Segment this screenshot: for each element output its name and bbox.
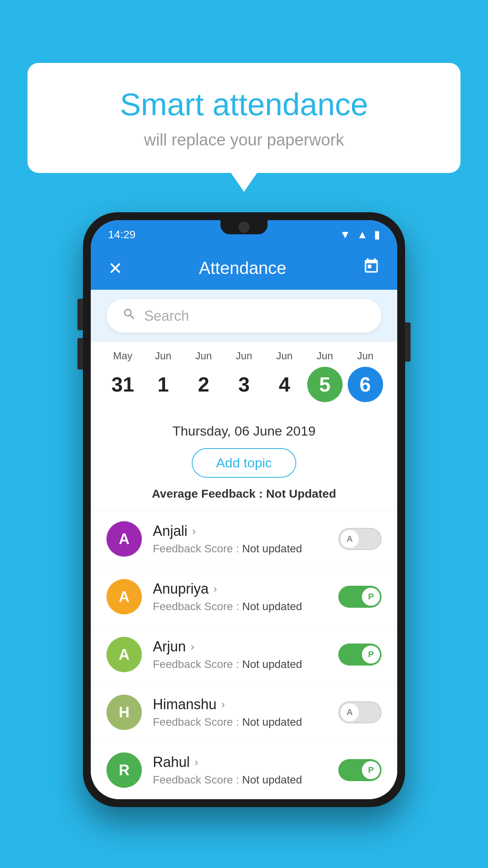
attendance-toggle[interactable]: A [338, 701, 382, 723]
calendar-row: May31Jun1Jun2Jun3Jun4Jun5Jun6 [103, 350, 385, 402]
attendance-toggle[interactable]: P [338, 644, 382, 666]
wifi-icon: ▼ [340, 228, 351, 241]
date-info: Thursday, 06 June 2019 Add topic Average… [91, 414, 397, 510]
calendar-date[interactable]: 4 [267, 367, 302, 402]
student-info: Anupriya ›Feedback Score : Not updated [153, 581, 327, 613]
phone-notch [220, 220, 268, 234]
add-topic-button[interactable]: Add topic [192, 448, 296, 478]
calendar-month: Jun [143, 350, 183, 362]
app-bar-title: Attendance [199, 258, 286, 278]
speech-bubble: Smart attendance will replace your paper… [28, 63, 460, 173]
feedback-score: Feedback Score : Not updated [153, 542, 327, 555]
speech-bubble-container: Smart attendance will replace your paper… [28, 63, 460, 173]
speech-bubble-title: Smart attendance [59, 86, 429, 123]
calendar-day[interactable]: Jun5 [305, 350, 345, 402]
avatar: R [106, 752, 142, 788]
toggle-thumb: P [362, 761, 380, 779]
close-button[interactable]: ✕ [108, 258, 123, 278]
search-container: Search [91, 290, 397, 342]
toggle-thumb: P [362, 645, 380, 664]
search-icon [122, 307, 136, 325]
search-input-placeholder[interactable]: Search [144, 308, 189, 324]
calendar-date[interactable]: 6 [348, 367, 383, 402]
volume-down-button [77, 338, 83, 370]
feedback-score: Feedback Score : Not updated [153, 600, 327, 613]
toggle-switch[interactable]: A [338, 528, 382, 550]
toggle-switch[interactable]: P [338, 644, 382, 666]
calendar-date[interactable]: 3 [226, 367, 262, 402]
calendar-day[interactable]: Jun6 [345, 350, 385, 402]
calendar-date[interactable]: 31 [105, 367, 140, 402]
avatar: A [106, 521, 142, 557]
calendar-day[interactable]: May31 [103, 350, 143, 402]
calendar-date[interactable]: 2 [186, 367, 221, 402]
calendar-day[interactable]: Jun3 [224, 350, 264, 402]
calendar-date[interactable]: 5 [307, 367, 343, 402]
student-info: Himanshu ›Feedback Score : Not updated [153, 696, 327, 728]
feedback-score: Feedback Score : Not updated [153, 658, 327, 671]
calendar-date[interactable]: 1 [145, 367, 181, 402]
student-item[interactable]: AAnupriya ›Feedback Score : Not updatedP [91, 568, 397, 626]
chevron-right-icon: › [192, 525, 196, 537]
student-item[interactable]: AArjun ›Feedback Score : Not updatedP [91, 626, 397, 684]
calendar-month: Jun [264, 350, 305, 362]
student-list: AAnjali ›Feedback Score : Not updatedAAA… [91, 510, 397, 799]
avg-feedback-label: Average Feedback : [152, 487, 266, 500]
student-item[interactable]: RRahul ›Feedback Score : Not updatedP [91, 741, 397, 799]
attendance-toggle[interactable]: P [338, 759, 382, 781]
student-item[interactable]: HHimanshu ›Feedback Score : Not updatedA [91, 684, 397, 741]
student-name: Anjali › [153, 523, 327, 539]
calendar-month: Jun [224, 350, 264, 362]
avg-feedback-value: Not Updated [266, 487, 336, 500]
volume-up-button [77, 299, 83, 330]
phone-outer: 14:29 ▼ ▲ ▮ ✕ Attendance [83, 212, 405, 807]
student-name: Arjun › [153, 638, 327, 655]
selected-date-label: Thursday, 06 June 2019 [106, 423, 382, 439]
app-bar: ✕ Attendance [91, 246, 397, 290]
calendar-strip: May31Jun1Jun2Jun3Jun4Jun5Jun6 [91, 342, 397, 414]
calendar-month: Jun [183, 350, 224, 362]
toggle-thumb: P [362, 588, 380, 606]
calendar-icon[interactable] [363, 257, 380, 279]
power-button [405, 322, 411, 362]
feedback-score: Feedback Score : Not updated [153, 716, 327, 728]
avg-feedback: Average Feedback : Not Updated [106, 487, 382, 500]
attendance-toggle[interactable]: A [338, 528, 382, 550]
toggle-switch[interactable]: A [338, 701, 382, 723]
chevron-right-icon: › [194, 756, 198, 769]
status-icons: ▼ ▲ ▮ [340, 228, 380, 241]
search-bar[interactable]: Search [106, 299, 382, 333]
avatar: H [106, 695, 142, 730]
toggle-thumb: A [341, 530, 359, 548]
calendar-month: Jun [305, 350, 345, 362]
calendar-day[interactable]: Jun2 [183, 350, 224, 402]
calendar-day[interactable]: Jun1 [143, 350, 183, 402]
chevron-right-icon: › [191, 640, 194, 653]
phone-wrapper: 14:29 ▼ ▲ ▮ ✕ Attendance [83, 212, 405, 807]
student-name: Anupriya › [153, 581, 327, 597]
calendar-day[interactable]: Jun4 [264, 350, 305, 402]
calendar-month: Jun [345, 350, 385, 362]
student-info: Rahul ›Feedback Score : Not updated [153, 754, 327, 786]
front-camera [238, 222, 250, 233]
signal-icon: ▲ [357, 228, 368, 241]
avatar: A [106, 637, 142, 672]
chevron-right-icon: › [213, 583, 217, 595]
toggle-switch[interactable]: P [338, 586, 382, 608]
student-info: Anjali ›Feedback Score : Not updated [153, 523, 327, 555]
phone-screen: 14:29 ▼ ▲ ▮ ✕ Attendance [91, 220, 397, 799]
chevron-right-icon: › [221, 698, 225, 711]
student-name: Rahul › [153, 754, 327, 771]
student-info: Arjun ›Feedback Score : Not updated [153, 638, 327, 671]
avatar: A [106, 579, 142, 614]
calendar-month: May [103, 350, 143, 362]
student-item[interactable]: AAnjali ›Feedback Score : Not updatedA [91, 510, 397, 568]
attendance-toggle[interactable]: P [338, 586, 382, 608]
battery-icon: ▮ [374, 228, 380, 241]
status-time: 14:29 [108, 228, 136, 241]
student-name: Himanshu › [153, 696, 327, 713]
speech-bubble-subtitle: will replace your paperwork [59, 131, 429, 149]
feedback-score: Feedback Score : Not updated [153, 774, 327, 786]
toggle-switch[interactable]: P [338, 759, 382, 781]
toggle-thumb: A [341, 703, 359, 721]
